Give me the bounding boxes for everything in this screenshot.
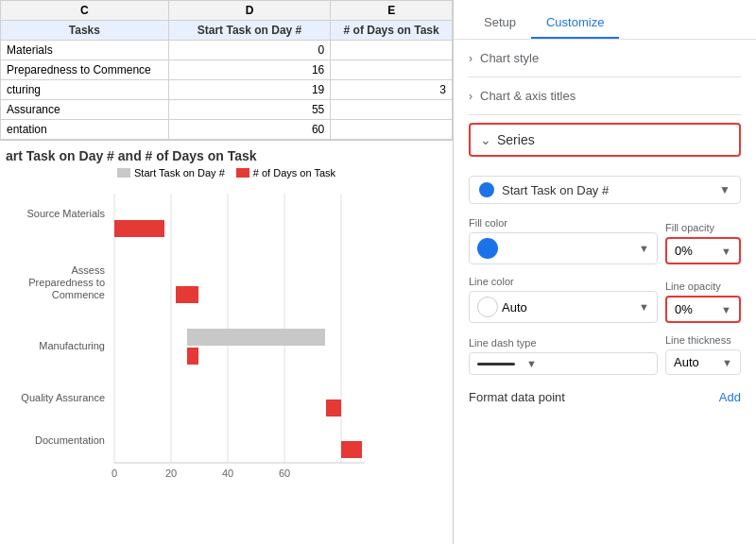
cell-days-3[interactable]	[331, 100, 453, 120]
svg-text:20: 20	[165, 468, 177, 479]
series-label: Series	[497, 132, 535, 147]
legend-box-days	[236, 168, 249, 178]
tab-customize[interactable]: Customize	[531, 8, 619, 39]
line-thickness-value: Auto	[674, 355, 699, 369]
line-opacity-value: 0%	[675, 302, 693, 316]
fill-opacity-value: 0%	[675, 244, 693, 258]
fill-opacity-arrow-icon: ▼	[721, 246, 731, 257]
th-days: # of Days on Task	[331, 21, 453, 41]
cell-task-3[interactable]: Assurance	[1, 100, 169, 120]
line-dash-label: Line dash type	[469, 337, 658, 348]
table-row: entation 60	[1, 120, 453, 140]
cell-days-2[interactable]: 3	[331, 80, 453, 100]
series-dropdown-label: Start Task on Day #	[502, 183, 719, 197]
chevron-right-icon: ›	[469, 52, 472, 65]
chart-style-header[interactable]: › Chart style	[469, 40, 741, 77]
svg-rect-17	[187, 329, 325, 346]
svg-text:Assess: Assess	[72, 264, 106, 276]
fill-opacity-group: Fill opacity 0% ▼	[665, 222, 741, 264]
tab-setup[interactable]: Setup	[469, 8, 531, 39]
legend-label-days: # of Days on Task	[253, 167, 335, 178]
format-data-point-row: Format data point Add	[454, 381, 756, 408]
svg-text:0: 0	[112, 468, 117, 479]
line-dash-select[interactable]: ▼	[469, 352, 658, 375]
legend-item-start: Start Task on Day #	[117, 167, 225, 178]
section-chart-style: › Chart style	[454, 40, 756, 77]
line-color-circle	[477, 297, 498, 317]
table-row: Materials 0	[1, 41, 453, 60]
series-dropdown-arrow-icon: ▼	[719, 183, 730, 196]
svg-text:Quality Assurance: Quality Assurance	[21, 392, 105, 403]
svg-rect-14	[114, 220, 164, 237]
line-thickness-select[interactable]: Auto ▼	[665, 349, 741, 375]
chart-style-label: Chart style	[480, 51, 539, 65]
line-opacity-group: Line opacity 0% ▼	[665, 280, 741, 323]
cell-start-3[interactable]: 55	[168, 100, 331, 120]
spreadsheet: C D E Tasks Start Task on Day # # of Day…	[0, 0, 453, 141]
series-header[interactable]: ⌄ Series	[480, 132, 730, 147]
line-color-label: Line color	[469, 276, 658, 287]
bar-chart-svg: Source Materials Assess Preparedness to …	[6, 184, 440, 458]
col-header-e[interactable]: E	[331, 1, 453, 21]
line-opacity-arrow-icon: ▼	[721, 304, 731, 315]
line-color-select[interactable]: Auto ▼	[469, 291, 658, 323]
line-thickness-label: Line thickness	[665, 334, 741, 346]
col-header-d[interactable]: D	[168, 1, 331, 21]
svg-text:Source Materials: Source Materials	[26, 208, 105, 219]
th-start: Start Task on Day #	[168, 21, 331, 41]
fill-opacity-select[interactable]: 0% ▼	[665, 237, 741, 264]
fill-opacity-label: Fill opacity	[665, 222, 741, 233]
svg-rect-22	[341, 441, 362, 458]
svg-text:60: 60	[279, 468, 290, 479]
fill-color-select[interactable]: ▼	[469, 232, 658, 264]
line-dash-arrow-icon: ▼	[526, 358, 537, 369]
table-row: cturing 19 3	[1, 80, 453, 100]
svg-text:40: 40	[222, 468, 233, 479]
cell-task-2[interactable]: cturing	[1, 80, 169, 100]
chart-axis-label: Chart & axis titles	[480, 89, 576, 103]
legend-box-start	[117, 168, 130, 178]
chart-title: art Task on Day # and # of Days on Task	[6, 148, 447, 163]
cell-start-1[interactable]: 16	[168, 60, 331, 80]
fill-color-arrow-icon: ▼	[639, 243, 649, 254]
cell-start-0[interactable]: 0	[168, 41, 331, 60]
tabs: Setup Customize	[454, 0, 756, 40]
table-row: Preparedness to Commence 16	[1, 60, 453, 80]
dash-line-icon	[477, 363, 515, 366]
line-thickness-group: Line thickness Auto ▼	[665, 334, 741, 375]
cell-task-0[interactable]: Materials	[1, 41, 169, 60]
line-thickness-arrow-icon: ▼	[722, 357, 732, 368]
cell-start-4[interactable]: 60	[168, 120, 331, 140]
chevron-right-icon-2: ›	[469, 90, 472, 103]
th-tasks: Tasks	[1, 21, 169, 41]
svg-text:Documentation: Documentation	[35, 434, 105, 446]
cell-days-0[interactable]	[331, 41, 453, 60]
series-dropdown[interactable]: Start Task on Day # ▼	[469, 176, 741, 204]
chart-axis-header[interactable]: › Chart & axis titles	[469, 77, 741, 115]
line-color-arrow-icon: ▼	[639, 301, 649, 313]
cell-days-1[interactable]	[331, 60, 453, 80]
line-color-value: Auto	[502, 300, 527, 314]
legend-label-start: Start Task on Day #	[134, 167, 225, 178]
section-chart-axis: › Chart & axis titles	[454, 77, 756, 115]
format-data-point-add[interactable]: Add	[719, 390, 741, 404]
svg-text:Commence: Commence	[52, 289, 105, 300]
left-panel: C D E Tasks Start Task on Day # # of Day…	[0, 0, 454, 544]
chart-legend: Start Task on Day # # of Days on Task	[6, 167, 447, 178]
line-opacity-select[interactable]: 0% ▼	[665, 296, 741, 323]
dash-options-row: Line dash type ▼ Line thickness Auto ▼	[469, 334, 741, 375]
cell-start-2[interactable]: 19	[168, 80, 331, 100]
right-panel: Setup Customize › Chart style › Chart & …	[454, 0, 756, 544]
col-header-c[interactable]: C	[1, 1, 169, 21]
cell-days-4[interactable]	[331, 120, 453, 140]
series-section: ⌄ Series	[469, 123, 741, 157]
svg-rect-18	[187, 348, 198, 365]
cell-task-1[interactable]: Preparedness to Commence	[1, 60, 169, 80]
line-options-row: Line color Auto ▼ Line opacity 0% ▼	[469, 276, 741, 323]
line-color-group: Line color Auto ▼	[469, 276, 658, 323]
fill-color-group: Fill color ▼	[469, 217, 658, 264]
fill-color-circle	[477, 238, 498, 259]
fill-color-label: Fill color	[469, 217, 658, 229]
cell-task-4[interactable]: entation	[1, 120, 169, 140]
legend-item-days: # of Days on Task	[236, 167, 335, 178]
